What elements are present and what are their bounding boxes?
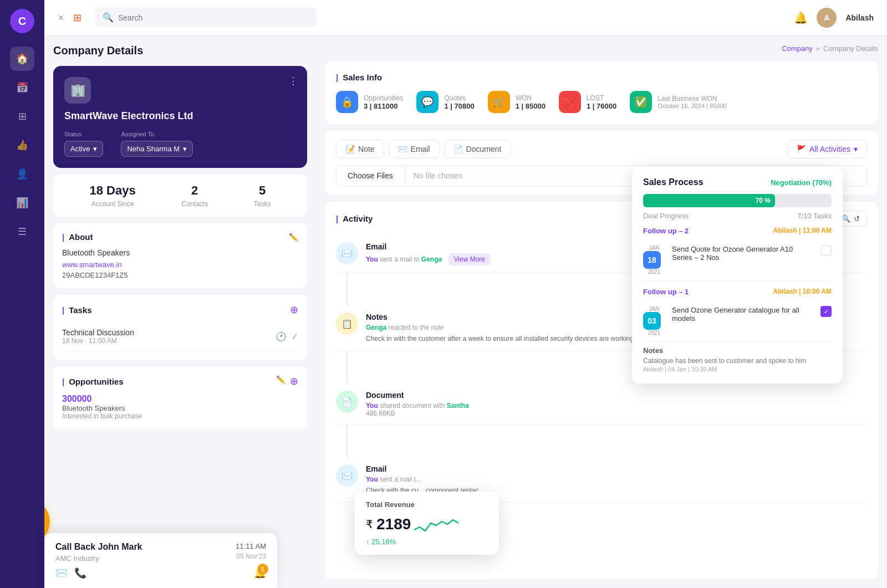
- followup-time-2: Abilash | 10:00 AM: [773, 288, 832, 296]
- sales-metrics: 🔒 Opportunities 3 | 811000 💬 Quotes 1 | …: [336, 91, 867, 113]
- nav-home[interactable]: 🏠: [10, 47, 34, 71]
- tab-document[interactable]: 📄 Document: [444, 140, 511, 158]
- metric-opportunities[interactable]: 🔒 Opportunities 3 | 811000: [336, 91, 403, 113]
- activity-divider-2: [346, 351, 348, 384]
- bp-title: Call Back John Mark: [55, 542, 142, 552]
- activity-item-doc-1: 📄 Document You shared document with Sant…: [336, 384, 867, 425]
- activity-content-4: Email You sent a mail t... Check with th…: [366, 464, 867, 495]
- tabs-row: 📝 Note ✉️ Email 📄 Document 🚩: [336, 140, 867, 158]
- metric-won[interactable]: 🛒 WON 1 | 85000: [488, 91, 546, 113]
- activity-type-4: Email: [366, 464, 867, 473]
- about-website[interactable]: www.smartwave.in: [62, 260, 298, 269]
- search-input[interactable]: [118, 13, 215, 22]
- revenue-amount: 2189: [376, 515, 411, 533]
- nav-grid[interactable]: ⊞: [10, 104, 34, 129]
- no-file-text: No file chosen: [405, 166, 472, 186]
- all-activities-button[interactable]: 🚩 All Activities ▾: [787, 140, 867, 158]
- bp-company: AMC Industry: [55, 554, 142, 563]
- activity-type-3: Document: [366, 391, 867, 400]
- task-item: Technical Discussion 18 Nov · 11:00 AM 🕐…: [62, 323, 298, 351]
- sp-header: Sales Process Negotiation (70%): [643, 177, 832, 187]
- phone-action-icon[interactable]: 📞: [74, 567, 86, 579]
- nav-calendar[interactable]: 📅: [10, 75, 34, 100]
- revenue-title: Total Revenue: [366, 500, 488, 509]
- metric-lost[interactable]: ❌ LOST 1 | 76000: [559, 91, 616, 113]
- nav-menu[interactable]: ☰: [10, 219, 34, 244]
- notification-bell[interactable]: 🔔: [794, 11, 808, 24]
- choose-files-button[interactable]: Choose Files: [337, 166, 405, 186]
- quotes-icon: 💬: [416, 91, 439, 113]
- bp-date: 05 Nov'23: [236, 553, 266, 560]
- about-title: About: [62, 232, 93, 242]
- notification-badge: 1: [257, 564, 268, 575]
- edit-icon[interactable]: ✏️: [289, 233, 298, 242]
- chevron-down-icon: ▾: [93, 145, 97, 153]
- metric-quotes[interactable]: 💬 Quotes 1 | 70800: [416, 91, 474, 113]
- add-opp-icon[interactable]: ⊕: [290, 375, 298, 387]
- breadcrumb-separator: »: [816, 44, 820, 53]
- email-tab-icon: ✉️: [398, 145, 407, 154]
- activity-title: Activity: [336, 214, 373, 223]
- sales-info-card: Sales Info 🔒 Opportunities 3 | 811000 💬: [325, 62, 878, 124]
- checkbox-1[interactable]: [820, 245, 832, 256]
- opp-header: Opportunities ✏️ ⊕: [62, 375, 298, 387]
- chevron-down-icon-3: ▾: [854, 145, 858, 154]
- assigned-select[interactable]: Neha Sharma M ▾: [121, 141, 193, 157]
- checkbox-2[interactable]: ✓: [820, 306, 832, 317]
- more-options-icon[interactable]: ⋮: [288, 75, 298, 87]
- bp-info: Call Back John Mark AMC Industry: [55, 542, 142, 563]
- about-section: About ✏️ Bluetooth Speakers www.smartwav…: [53, 223, 307, 288]
- tab-email[interactable]: ✉️ Email: [389, 140, 440, 158]
- tab-note[interactable]: 📝 Note: [336, 140, 384, 158]
- doc-size: 486.68KB: [366, 410, 867, 417]
- add-task-icon[interactable]: ⊕: [290, 304, 298, 316]
- note-activity-icon: 📋: [336, 313, 358, 335]
- activity-divider-3: [346, 425, 348, 458]
- deal-progress-label: Deal Progress: [643, 212, 689, 220]
- notes-section: Notes Catalogue has been sent to custome…: [643, 346, 832, 372]
- sales-process-popup: Sales Process Negotiation (70%) 70 % Dea…: [632, 166, 843, 384]
- document-tab-icon: 📄: [453, 145, 463, 154]
- task-actions: 🕐 ✓: [276, 331, 298, 342]
- activity-sub-3: You shared document with Santha: [366, 402, 867, 410]
- note-icon: 📝: [345, 145, 355, 154]
- topbar: ✕ ⊞ 🔍 🔔 A Abilash: [44, 0, 887, 35]
- opp-description: Interested in bulk purchase: [62, 412, 298, 420]
- email-activity-icon: ✉️: [336, 242, 358, 264]
- nav-chart[interactable]: 📊: [10, 191, 34, 215]
- followup-text-2: Send Ozone Generator catalogue for all m…: [672, 306, 814, 323]
- nav-like[interactable]: 👍: [10, 133, 34, 157]
- flag-icon: 🚩: [797, 145, 806, 154]
- activity-divider-1: [346, 273, 348, 306]
- chevron-down-icon-2: ▾: [183, 145, 187, 153]
- sales-info-title: Sales Info: [336, 73, 867, 82]
- status-select[interactable]: Active ▾: [64, 141, 103, 157]
- company-meta: Status Active ▾ Assigned To Neha Sharma …: [64, 131, 296, 157]
- assigned-field: Assigned To Neha Sharma M ▾: [121, 131, 193, 157]
- refresh-icon[interactable]: ↺: [854, 214, 860, 223]
- task-check-icon[interactable]: ✓: [291, 331, 298, 342]
- breadcrumb-parent[interactable]: Company: [782, 44, 813, 53]
- stats-row: 18 Days Account Since 2 Contacts 5 Tasks: [53, 175, 307, 217]
- progress-bar-fill: 70 %: [643, 194, 775, 207]
- stat-tasks: 5 Tasks: [254, 183, 271, 208]
- progress-bar-bg: 70 %: [643, 194, 832, 207]
- view-more-button[interactable]: View More: [448, 253, 491, 265]
- task-clock-icon[interactable]: 🕐: [276, 331, 287, 342]
- status-field: Status Active ▾: [64, 131, 103, 157]
- about-id: 29ABCDE1234F1Z5: [62, 271, 298, 279]
- edit-opp-icon[interactable]: ✏️: [276, 375, 286, 387]
- about-header: About ✏️: [62, 232, 298, 242]
- close-button[interactable]: ✕: [58, 13, 64, 22]
- sp-footer: Deal Progress 7/10 Tasks: [643, 212, 832, 220]
- opp-name: Bluetooth Speakers: [62, 404, 298, 412]
- nav-user[interactable]: 👤: [10, 162, 34, 186]
- revenue-growth: ↑ 25.16%: [366, 538, 488, 546]
- mail-action-icon[interactable]: ✉️: [55, 567, 68, 579]
- bottom-popup: Call Back John Mark AMC Industry 11:11 A…: [44, 533, 277, 588]
- activity-sub-4: You sent a mail t...: [366, 475, 867, 483]
- search-box[interactable]: 🔍: [95, 8, 317, 27]
- metric-last-won[interactable]: ✅ Last Business WON October 16, 2024 | 8…: [630, 91, 727, 113]
- won-icon: 🛒: [488, 91, 510, 113]
- email-activity-icon-2: ✉️: [336, 464, 358, 487]
